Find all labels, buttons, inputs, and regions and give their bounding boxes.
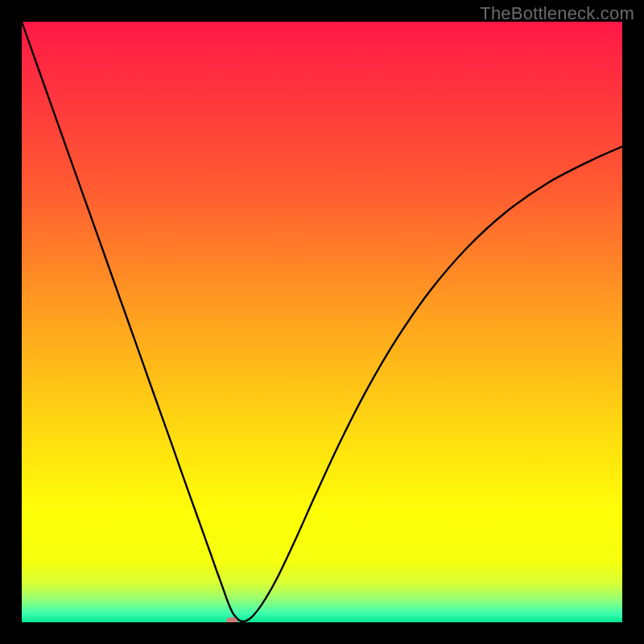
chart-svg: [22, 22, 622, 622]
optimal-point-marker: [226, 617, 237, 622]
chart-plot-area: [22, 22, 622, 622]
chart-background: [22, 22, 622, 622]
watermark-text: TheBottleneck.com: [480, 3, 634, 24]
